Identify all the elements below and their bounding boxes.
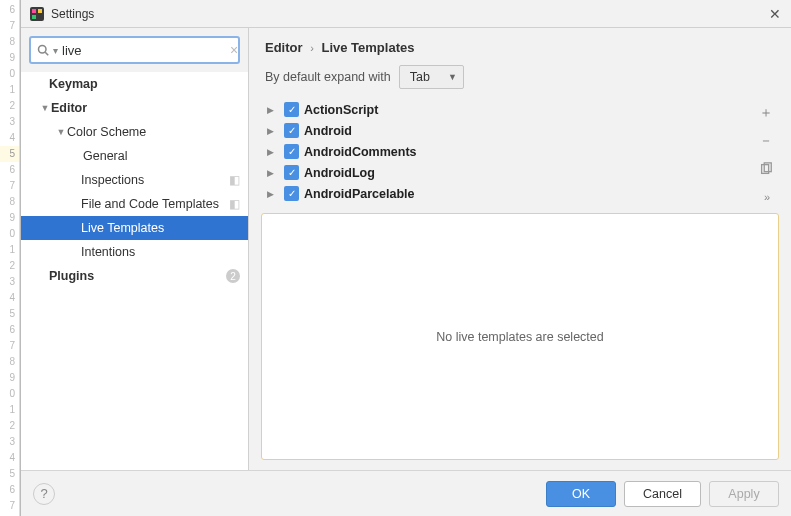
expand-with-row: By default expand with Tab ▼ [249,61,791,99]
template-preview: No live templates are selected [261,213,779,460]
side-toolbar: ＋ － » [753,99,779,207]
chevron-right-icon: ▶ [267,189,279,199]
svg-line-5 [45,52,48,55]
group-name: AndroidComments [304,145,417,159]
group-name: ActionScript [304,103,378,117]
remove-icon[interactable]: － [756,131,776,151]
dialog-footer: ? OK Cancel Apply [21,470,791,516]
titlebar: Settings ✕ [21,0,791,28]
app-icon [29,6,45,22]
svg-rect-2 [38,9,42,13]
expand-with-label: By default expand with [265,70,391,84]
group-checkbox[interactable]: ✓ [284,186,299,201]
plugins-update-badge: 2 [226,269,240,283]
project-level-icon: ◧ [229,173,240,187]
group-checkbox[interactable]: ✓ [284,102,299,117]
group-checkbox[interactable]: ✓ [284,165,299,180]
group-checkbox[interactable]: ✓ [284,123,299,138]
chevron-right-icon: › [310,42,314,54]
svg-point-4 [39,46,47,54]
search-options-icon[interactable]: ▾ [53,45,58,56]
template-group-row[interactable]: ▶✓ActionScript [261,99,753,120]
cancel-button[interactable]: Cancel [624,481,701,507]
tree-item-inspections[interactable]: Inspections◧ [21,168,248,192]
svg-rect-1 [32,9,36,13]
chevron-right-icon: ▶ [267,168,279,178]
group-name: Android [304,124,352,138]
template-groups-list[interactable]: ▶✓ActionScript▶✓Android▶✓AndroidComments… [261,99,753,207]
project-level-icon: ◧ [229,197,240,211]
expand-with-combo[interactable]: Tab ▼ [399,65,464,89]
close-icon[interactable]: ✕ [769,6,781,22]
tree-item-keymap[interactable]: Keymap [21,72,248,96]
editor-gutter: 678901234567890123456789012345678 [0,0,20,516]
sidebar: ▾ × Keymap ▼Editor ▼Color Scheme General… [21,28,249,470]
window-title: Settings [51,7,94,21]
group-name: AndroidParcelable [304,187,414,201]
search-box[interactable]: ▾ × [29,36,240,64]
chevron-right-icon: ▶ [267,105,279,115]
search-input[interactable] [62,43,230,58]
tree-item-color-scheme[interactable]: ▼Color Scheme [21,120,248,144]
settings-tree: Keymap ▼Editor ▼Color Scheme General Ins… [21,72,248,470]
tree-item-intentions[interactable]: Intentions [21,240,248,264]
help-icon[interactable]: ? [33,483,55,505]
group-checkbox[interactable]: ✓ [284,144,299,159]
group-name: AndroidLog [304,166,375,180]
breadcrumb: Editor › Live Templates [249,28,791,61]
breadcrumb-part: Live Templates [321,40,414,55]
chevron-right-icon: ▶ [267,147,279,157]
template-group-row[interactable]: ▶✓AndroidComments [261,141,753,162]
template-group-row[interactable]: ▶✓AndroidParcelable [261,183,753,204]
tree-item-editor[interactable]: ▼Editor [21,96,248,120]
search-icon [37,44,49,56]
preview-empty-message: No live templates are selected [436,330,603,344]
copy-icon[interactable] [756,159,776,179]
breadcrumb-part[interactable]: Editor [265,40,303,55]
tree-item-file-templates[interactable]: File and Code Templates◧ [21,192,248,216]
tree-item-live-templates[interactable]: Live Templates [21,216,248,240]
chevron-down-icon: ▼ [39,103,51,113]
clear-search-icon[interactable]: × [230,42,238,58]
content-panel: Editor › Live Templates By default expan… [249,28,791,470]
expand-with-value: Tab [410,70,430,84]
chevron-right-icon: ▶ [267,126,279,136]
template-group-row[interactable]: ▶✓Android [261,120,753,141]
ok-button[interactable]: OK [546,481,616,507]
add-icon[interactable]: ＋ [756,103,776,123]
settings-dialog: Settings ✕ ▾ × Keymap ▼Editor ▼Color Sch… [20,0,791,516]
apply-button: Apply [709,481,779,507]
svg-rect-3 [32,15,36,19]
template-group-row[interactable]: ▶✓AndroidLog [261,162,753,183]
chevron-down-icon: ▼ [448,72,457,82]
tree-item-general[interactable]: General [21,144,248,168]
expand-icon[interactable]: » [756,187,776,207]
chevron-down-icon: ▼ [55,127,67,137]
tree-item-plugins[interactable]: Plugins2 [21,264,248,288]
